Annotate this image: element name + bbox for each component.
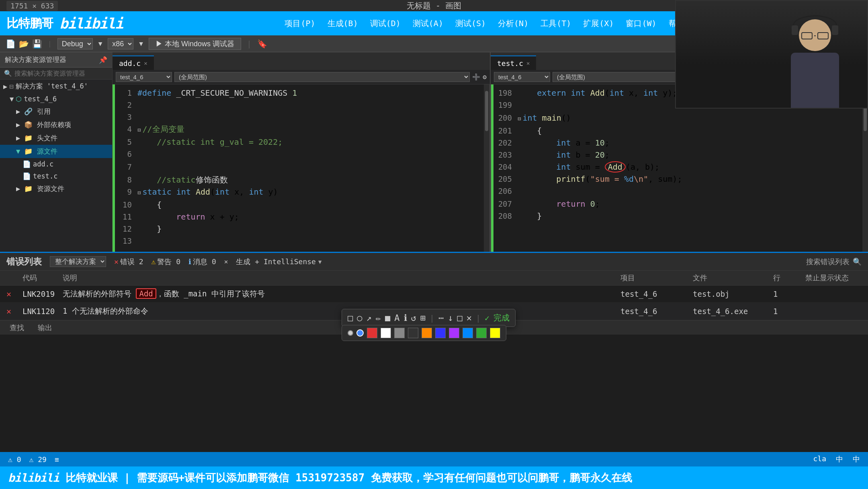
code-line-9: 9 ⊟ static int Add(int x, int y) xyxy=(115,186,489,199)
color-swatch-lightblue[interactable] xyxy=(463,328,473,338)
right-code-area[interactable]: 198 extern int Add(int x, int y); 199 20… xyxy=(493,84,868,252)
menu-test1[interactable]: 测试(A) xyxy=(413,18,443,29)
head xyxy=(799,19,831,51)
bottom-tab-find[interactable]: 查找 xyxy=(4,321,30,334)
sidebar-item-testc[interactable]: 📄 test.c xyxy=(0,170,112,182)
error-row-1[interactable]: ✕ LNK2019 无法解析的外部符号 Add，函数 _main 中引用了该符号… xyxy=(0,286,868,303)
error-tab-errors[interactable]: ✕ 错误 2 xyxy=(114,257,143,267)
left-scope-add-icon[interactable]: ➕ xyxy=(472,73,480,81)
tab-testc-close[interactable]: ✕ xyxy=(526,60,530,66)
color-swatch-blue[interactable] xyxy=(435,328,446,338)
left-scope-project[interactable]: test_4_6 xyxy=(116,72,172,82)
left-scrollbar[interactable] xyxy=(484,84,489,252)
menu-extend[interactable]: 扩展(X) xyxy=(583,18,614,29)
bottom-tab-output[interactable]: 输出 xyxy=(32,321,58,334)
collapse-9[interactable]: ⊟ xyxy=(137,187,141,199)
ann-btn-check[interactable]: ✓ xyxy=(485,313,489,323)
video-bg xyxy=(676,1,867,108)
menu-test2[interactable]: 测试(S) xyxy=(455,18,486,29)
color-swatch-gray[interactable] xyxy=(394,328,405,338)
rline-num-208: 208 xyxy=(493,210,518,222)
right-scope-project[interactable]: test_4_6 xyxy=(494,72,550,82)
ann-btn-info[interactable]: ℹ xyxy=(404,313,407,323)
glasses-bridge xyxy=(814,35,816,36)
ann-btn-dots[interactable]: ⋯ xyxy=(438,313,444,323)
status-class: cla xyxy=(813,454,826,464)
error-tab-messages[interactable]: ℹ 消息 0 xyxy=(188,257,216,267)
color-swatch-green[interactable] xyxy=(476,328,487,338)
rcollapse-200[interactable]: ⊟ xyxy=(518,113,521,125)
menu-debug[interactable]: 调试(D) xyxy=(370,18,401,29)
line-num-6: 6 xyxy=(115,148,137,160)
sidebar-item-solution[interactable]: ▶ ⊟ 解决方案 'test_4_6' xyxy=(0,80,112,93)
tab-testc[interactable]: test.c ✕ xyxy=(491,55,536,70)
line-content-4: //全局变量 xyxy=(142,123,184,135)
error-list-filter: 整个解决方案 xyxy=(50,256,106,267)
addc-label: add.c xyxy=(33,160,53,168)
headset-band xyxy=(793,15,837,35)
code-line-7: 7 xyxy=(115,161,489,174)
left-scope-scope[interactable]: (全局范围) xyxy=(174,72,470,82)
sidebar-item-headers[interactable]: ▶ 📁 头文件 xyxy=(0,131,112,145)
ann-btn-rect[interactable]: □ xyxy=(348,313,353,323)
ann-btn-grid[interactable]: ⊞ xyxy=(420,313,426,323)
toolbar-icon-open[interactable]: 📂 xyxy=(19,39,29,49)
sidebar-item-references[interactable]: ▶ 🔗 引用 xyxy=(0,105,112,118)
sidebar-item-project[interactable]: ▼ ⬡ test_4_6 xyxy=(0,93,112,105)
line-content-12: } xyxy=(137,223,162,235)
color-swatch-red[interactable] xyxy=(367,328,377,338)
sidebar-pin-icon[interactable]: 📌 xyxy=(99,56,107,64)
error-search-icon[interactable]: 🔍 xyxy=(853,257,862,266)
color-swatch-white[interactable] xyxy=(381,328,391,338)
color-swatch-orange[interactable] xyxy=(422,328,432,338)
left-code-area[interactable]: 1 #define _CRT_SECURE_NO_WARNINGS 1 2 3 xyxy=(115,84,489,252)
left-scope-settings-icon[interactable]: ⚙ xyxy=(483,73,487,81)
annotation-color-bar xyxy=(342,325,506,341)
toolbar-icon-save[interactable]: 💾 xyxy=(32,39,42,49)
error-count-label: 错误 2 xyxy=(120,257,143,267)
color-swatch-dark[interactable] xyxy=(408,328,418,338)
code-line-13: 13 xyxy=(115,235,489,248)
toolbar-icon-new[interactable]: 📄 xyxy=(6,39,16,49)
ann-btn-fill[interactable]: ■ xyxy=(385,313,390,323)
run-button[interactable]: ▶ 本地 Windows 调试器 xyxy=(149,38,241,50)
ann-btn-clip[interactable]: □ xyxy=(457,313,463,323)
ann-btn-close[interactable]: ✕ xyxy=(467,313,472,323)
menu-window[interactable]: 窗口(W) xyxy=(626,18,656,29)
color-dot-blue-active[interactable] xyxy=(356,329,364,337)
tab-addc-close[interactable]: ✕ xyxy=(144,60,147,66)
col-header-icon xyxy=(6,273,23,283)
color-swatch-yellow[interactable] xyxy=(490,328,500,338)
ann-btn-arrow[interactable]: ↗ xyxy=(366,313,372,323)
arch-select[interactable]: x86 xyxy=(108,38,133,49)
error-tab-intellisense[interactable]: 生成 + IntelliSense ▼ xyxy=(236,257,321,267)
color-dot-white-small[interactable] xyxy=(348,330,353,336)
ann-btn-undo[interactable]: ↺ xyxy=(411,313,416,323)
right-scrollbar[interactable] xyxy=(862,84,868,252)
error-scope-select[interactable]: 整个解决方案 xyxy=(50,256,106,267)
line-num-5: 5 xyxy=(115,136,137,148)
menu-tools[interactable]: 工具(T) xyxy=(540,18,571,29)
menu-build[interactable]: 生成(B) xyxy=(328,18,358,29)
collapse-4[interactable]: ⊟ xyxy=(137,124,141,136)
rline-num-200: 200 xyxy=(493,112,518,124)
ann-btn-download[interactable]: ↓ xyxy=(448,313,453,323)
sidebar-item-external[interactable]: ▶ 📦 外部依赖项 xyxy=(0,118,112,131)
sidebar-item-resources[interactable]: ▶ 📁 资源文件 xyxy=(0,182,112,195)
error-tab-warnings[interactable]: ⚠ 警告 0 xyxy=(151,257,181,267)
tab-addc[interactable]: add.c ✕ xyxy=(113,55,154,70)
config-select[interactable]: Debug xyxy=(57,38,93,49)
ann-btn-circle[interactable]: ○ xyxy=(357,313,362,323)
left-scrollbar-thumb[interactable] xyxy=(485,91,488,131)
testc-label: test.c xyxy=(33,172,57,180)
color-swatch-purple[interactable] xyxy=(449,328,459,338)
ann-btn-text[interactable]: A xyxy=(394,313,399,323)
menu-analyze[interactable]: 分析(N) xyxy=(498,18,528,29)
sidebar-search-input[interactable] xyxy=(14,70,108,77)
toolbar-icon-bookmark[interactable]: 🔖 xyxy=(257,39,267,49)
ann-btn-pen[interactable]: ✏ xyxy=(376,313,381,323)
ann-complete-label[interactable]: 完成 xyxy=(493,312,510,323)
menu-project[interactable]: 项目(P) xyxy=(285,18,315,29)
sidebar-item-addc[interactable]: 📄 add.c xyxy=(0,158,112,170)
sidebar-item-sources[interactable]: ▼ 📁 源文件 xyxy=(0,145,112,158)
